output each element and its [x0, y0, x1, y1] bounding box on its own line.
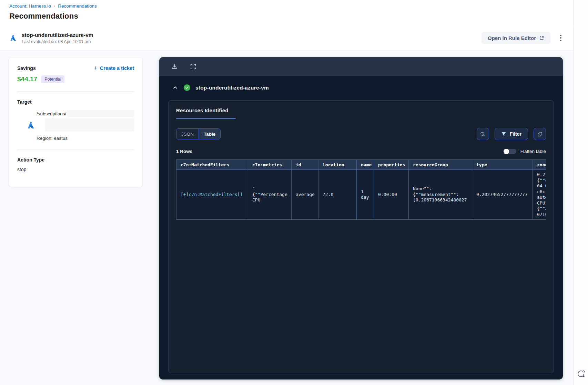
create-ticket-label: Create a ticket [100, 65, 134, 71]
create-ticket-button[interactable]: + Create a ticket [94, 65, 134, 71]
panel-rule-row: stop-underutilized-azure-vm [168, 84, 554, 91]
cell-matchedfilters: [+]c7n:MatchedFilters[] [176, 170, 248, 220]
savings-amount: $44.17 [17, 75, 37, 83]
cell-resourcegroup: None"": {""measurement"": [0.20671066342… [409, 170, 472, 220]
savings-card: Savings + Create a ticket $44.17 Potenti… [9, 57, 143, 187]
table-clip-viewport[interactable]: c7n:MatchedFilters c7n:metrics id locati… [176, 159, 546, 220]
right-rail [573, 0, 588, 385]
azure-icon [9, 34, 17, 42]
target-path: /subscriptions/ [37, 111, 66, 116]
main-column: Account: Harness.io › Recommendations Re… [0, 0, 573, 385]
action-type-label: Action Type [17, 157, 134, 163]
column-header-zones: zones [533, 160, 546, 170]
fullscreen-button[interactable] [189, 63, 197, 71]
column-header-resourcegroup: resourceGroup [409, 160, 472, 170]
app-root: Account: Harness.io › Recommendations Re… [0, 0, 588, 385]
action-type-value: stop [17, 167, 134, 172]
table-row: [+]c7n:MatchedFilters[] " {""Percentage … [176, 170, 546, 220]
collapse-button[interactable] [172, 84, 179, 91]
breadcrumb-recommendations-link[interactable]: Recommendations [58, 3, 97, 9]
panel-body: stop-underutilized-azure-vm Resources Id… [159, 76, 563, 379]
search-icon [480, 131, 486, 137]
rows-count: 1 Rows [176, 149, 192, 154]
rule-last-evaluated: Last evaluated on: 08 Apr, 10:01 am [22, 39, 93, 44]
rule-header-band: stop-underutilized-azure-vm Last evaluat… [0, 25, 573, 51]
content-area: Savings + Create a ticket $44.17 Potenti… [0, 51, 573, 385]
resources-identified-card: Resources Identified JSON Table [168, 100, 554, 373]
panel-rule-name: stop-underutilized-azure-vm [195, 85, 269, 91]
toggle-json[interactable]: JSON [176, 129, 199, 139]
matched-filters-expand-link[interactable]: [+]c7n:MatchedFilters[] [181, 192, 243, 197]
divider [17, 91, 134, 92]
column-header-metrics: c7n:metrics [248, 160, 292, 170]
search-button[interactable] [477, 128, 489, 140]
column-header-id: id [292, 160, 318, 170]
toggle-knob [504, 149, 509, 154]
download-button[interactable] [171, 63, 179, 71]
savings-label: Savings [17, 65, 36, 71]
table-controls-row: JSON Table [176, 128, 546, 140]
copy-icon [537, 131, 543, 137]
flatten-table-toggle[interactable] [504, 149, 516, 154]
column-header-location: location [318, 160, 357, 170]
flatten-table-label: Flatten table [520, 149, 546, 154]
results-panel: stop-underutilized-azure-vm Resources Id… [159, 57, 563, 379]
cell-location: 72.0 [318, 170, 357, 220]
cell-properties: 0:00:00 [374, 170, 409, 220]
success-check-icon [184, 84, 190, 91]
tab-active-underline [176, 118, 236, 119]
page-header: Account: Harness.io › Recommendations Re… [0, 0, 573, 25]
open-in-rule-editor-button[interactable]: Open in Rule Editor [481, 32, 550, 44]
target-region: Region: eastus [37, 136, 134, 141]
json-table-toggle: JSON Table [176, 128, 221, 139]
chevron-up-icon [173, 85, 178, 90]
column-header-type: type [472, 160, 533, 170]
rule-meta: stop-underutilized-azure-vm Last evaluat… [22, 32, 93, 44]
results-table: c7n:MatchedFilters c7n:metrics id locati… [176, 159, 546, 220]
kebab-menu-button[interactable] [558, 33, 564, 43]
azure-target-icon [27, 121, 35, 129]
target-detail-redacted [45, 118, 134, 132]
filter-funnel-icon [501, 132, 506, 137]
breadcrumb: Account: Harness.io › Recommendations [9, 3, 565, 9]
column-header-properties: properties [374, 160, 409, 170]
external-link-icon [539, 35, 544, 41]
page-title: Recommendations [9, 12, 565, 21]
cell-name: 1 day [357, 170, 374, 220]
column-header-matchedfilters: c7n:MatchedFilters [176, 160, 248, 170]
copy-button[interactable] [534, 128, 546, 140]
target-path-redacted [67, 110, 134, 117]
filter-label: Filter [510, 131, 521, 137]
cell-zones: 0.21423 {""cost 04-05T0 c6cf625 autosto … [533, 170, 546, 220]
panel-toolbar [159, 57, 563, 76]
tab-label: Resources Identified [176, 107, 229, 113]
rule-name: stop-underutilized-azure-vm [22, 32, 93, 38]
breadcrumb-separator-icon: › [54, 3, 55, 9]
table-header-row: c7n:MatchedFilters c7n:metrics id locati… [176, 160, 546, 170]
cell-metrics: " {""Percentage CPU [248, 170, 292, 220]
plus-icon: + [94, 65, 98, 71]
divider [17, 149, 134, 149]
fullscreen-icon [190, 63, 196, 70]
breadcrumb-account-link[interactable]: Account: Harness.io [9, 3, 51, 9]
filter-button[interactable]: Filter [495, 128, 528, 140]
toggle-table[interactable]: Table [199, 129, 220, 139]
chat-widget-button[interactable] [576, 369, 586, 379]
target-label: Target [17, 99, 134, 105]
rows-info-row: 1 Rows Flatten table [176, 149, 546, 154]
potential-badge: Potential [41, 75, 64, 83]
cell-type: 0.20274652777777777 [472, 170, 533, 220]
download-icon [171, 63, 178, 70]
chat-bubble-icon [576, 370, 586, 379]
open-in-rule-editor-label: Open in Rule Editor [488, 35, 536, 41]
column-header-name: name [357, 160, 374, 170]
tab-resources-identified[interactable]: Resources Identified [176, 107, 236, 119]
cell-id: average [292, 170, 318, 220]
